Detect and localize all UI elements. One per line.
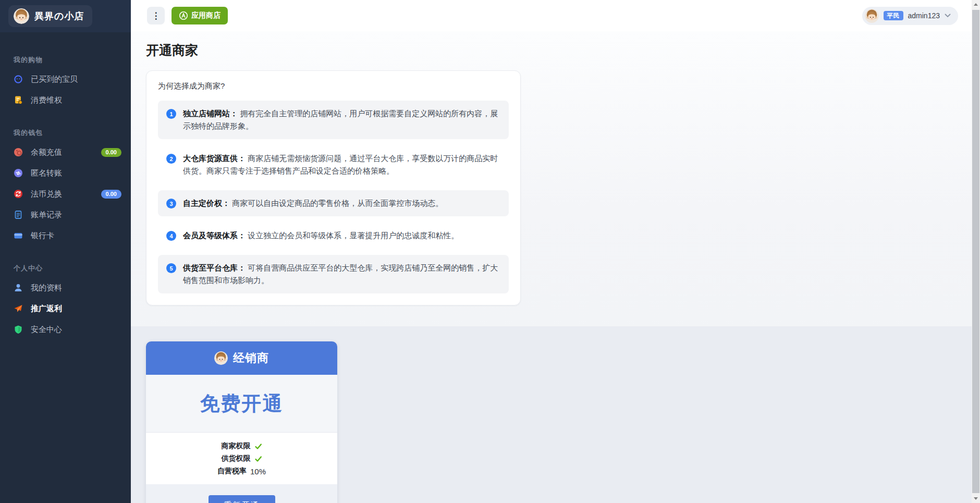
sidebar-item-label: 推广返利 bbox=[31, 304, 62, 314]
dealer-price-text: 免费开通 bbox=[200, 392, 284, 414]
user-menu[interactable]: 平民 admin123 bbox=[862, 7, 959, 25]
number-badge: 1 bbox=[166, 109, 176, 119]
dealer-card-footer: 重新开通 bbox=[146, 484, 337, 503]
feature-self-tax-rate: 自营税率 10% bbox=[217, 467, 266, 476]
sidebar-item-purchased[interactable]: 已买到的宝贝 bbox=[0, 69, 131, 90]
why-item-title: 独立店铺网站： bbox=[183, 109, 238, 118]
rights-protection-icon bbox=[14, 95, 23, 105]
why-item-4: 4 会员及等级体系： 设立独立的会员和等级体系，显著提升用户的忠诚度和粘性。 bbox=[158, 223, 509, 249]
why-item-text: 商家可以自由设定商品的零售价格，从而全面掌控市场动态。 bbox=[232, 199, 443, 207]
why-item-2: 2 大仓库货源直供： 商家店铺无需烦恼货源问题，通过平台大仓库，享受数以万计的商… bbox=[158, 145, 509, 184]
shop-title: 異界の小店 bbox=[34, 10, 84, 22]
recharge-balance-badge: 0.00 bbox=[101, 148, 121, 157]
why-item-3: 3 自主定价权： 商家可以自由设定商品的零售价格，从而全面掌控市场动态。 bbox=[158, 190, 509, 216]
shop-logo-avatar-icon bbox=[14, 8, 29, 24]
paper-plane-icon bbox=[14, 304, 23, 313]
sidebar-item-label: 我的资料 bbox=[31, 283, 62, 293]
main-area: ⋮ 应用商店 平民 admin123 bbox=[131, 0, 972, 503]
sidebar: 異界の小店 我的购物 已买到的宝贝 消费维权 我的钱包 bbox=[0, 0, 131, 503]
sidebar-item-label: 匿名转账 bbox=[31, 168, 62, 178]
why-item-title: 供货至平台仓库： bbox=[183, 263, 246, 272]
why-item-1: 1 独立店铺网站： 拥有完全自主管理的店铺网站，用户可根据需要自定义网站的所有内… bbox=[158, 101, 509, 139]
feature-supply-permission: 供货权限 bbox=[222, 454, 262, 463]
exchange-icon bbox=[14, 189, 23, 199]
scrollbar-up-arrow[interactable] bbox=[972, 0, 980, 9]
chevron-down-icon bbox=[945, 14, 951, 18]
user-avatar bbox=[865, 9, 879, 23]
sidebar-item-label: 法币兑换 bbox=[31, 189, 62, 199]
dealer-plan-card: 经销商 免费开通 商家权限 供货权限 bbox=[146, 341, 337, 503]
bill-icon bbox=[14, 210, 23, 219]
dealer-title: 经销商 bbox=[233, 350, 269, 366]
nav-section-wallet: 我的钱包 bbox=[0, 128, 131, 142]
sidebar-item-security-center[interactable]: 安全中心 bbox=[0, 319, 131, 340]
why-item-title: 大仓库货源直供： bbox=[183, 154, 246, 163]
why-item-text: 设立独立的会员和等级体系，显著提升用户的忠诚度和粘性。 bbox=[248, 231, 459, 240]
sidebar-item-consumer-rights[interactable]: 消费维权 bbox=[0, 90, 131, 111]
check-icon bbox=[254, 455, 262, 463]
sidebar-item-label: 余额充值 bbox=[31, 148, 62, 157]
feature-label: 供货权限 bbox=[222, 454, 251, 463]
sidebar-item-recharge[interactable]: 余额充值 0.00 bbox=[0, 142, 131, 163]
fiat-balance-badge: 0.00 bbox=[101, 190, 121, 199]
profile-icon bbox=[14, 283, 23, 292]
feature-label: 商家权限 bbox=[222, 441, 251, 451]
number-badge: 4 bbox=[166, 231, 176, 241]
feature-value: 10% bbox=[250, 467, 266, 476]
nav-section-shopping: 我的购物 bbox=[0, 55, 131, 69]
why-item-title: 自主定价权： bbox=[183, 199, 230, 207]
page-title: 开通商家 bbox=[146, 42, 972, 59]
appstore-icon bbox=[179, 11, 188, 20]
check-icon bbox=[254, 443, 262, 450]
dealer-price-area: 免费开通 bbox=[146, 375, 337, 432]
sidebar-item-my-profile[interactable]: 我的资料 bbox=[0, 277, 131, 298]
transfer-icon bbox=[14, 168, 23, 178]
sidebar-item-label: 消费维权 bbox=[31, 95, 62, 105]
why-merchant-card: 为何选择成为商家? 1 独立店铺网站： 拥有完全自主管理的店铺网站，用户可根据需… bbox=[146, 70, 521, 305]
number-badge: 3 bbox=[166, 199, 176, 208]
content: 开通商家 为何选择成为商家? 1 独立店铺网站： 拥有完全自主管理的店铺网站，用… bbox=[131, 31, 972, 503]
why-question: 为何选择成为商家? bbox=[158, 81, 509, 91]
dealer-features: 商家权限 供货权限 自营税率 bbox=[146, 432, 337, 484]
shield-icon bbox=[14, 325, 23, 334]
sidebar-item-label: 安全中心 bbox=[31, 325, 62, 335]
appstore-button-label: 应用商店 bbox=[191, 11, 220, 20]
topbar: ⋮ 应用商店 平民 admin123 bbox=[131, 0, 972, 31]
scrollbar-down-arrow[interactable] bbox=[972, 494, 980, 503]
number-badge: 5 bbox=[166, 263, 176, 273]
shop-logo[interactable]: 異界の小店 bbox=[8, 5, 92, 27]
vertical-scrollbar[interactable] bbox=[972, 0, 980, 503]
sidebar-item-label: 已买到的宝贝 bbox=[31, 75, 78, 84]
scrollbar-thumb[interactable] bbox=[972, 10, 979, 493]
nav-section-personal: 个人中心 bbox=[0, 264, 131, 277]
treasure-icon bbox=[14, 75, 23, 84]
number-badge: 2 bbox=[166, 154, 176, 164]
sidebar-item-bank-card[interactable]: 银行卡 bbox=[0, 225, 131, 246]
bank-card-icon bbox=[14, 231, 23, 240]
dealer-avatar-icon bbox=[214, 351, 228, 365]
user-role-badge: 平民 bbox=[884, 11, 903, 20]
sidebar-item-label: 账单记录 bbox=[31, 210, 62, 220]
recharge-coin-icon bbox=[14, 148, 23, 157]
dealer-card-header: 经销商 bbox=[146, 341, 337, 375]
why-item-title: 会员及等级体系： bbox=[183, 231, 246, 240]
menu-dots-button[interactable]: ⋮ bbox=[147, 7, 165, 24]
sidebar-item-fiat-exchange[interactable]: 法币兑换 0.00 bbox=[0, 183, 131, 204]
why-item-5: 5 供货至平台仓库： 可将自营商品供应至平台的大型仓库，实现跨店铺乃至全网的销售… bbox=[158, 255, 509, 293]
app-window: 異界の小店 我的购物 已买到的宝贝 消费维权 我的钱包 bbox=[0, 0, 980, 503]
sidebar-header: 異界の小店 bbox=[0, 0, 131, 32]
sidebar-item-promotion-rebate[interactable]: 推广返利 bbox=[0, 298, 131, 319]
feature-label: 自营税率 bbox=[217, 467, 247, 476]
sidebar-item-anonymous-transfer[interactable]: 匿名转账 bbox=[0, 163, 131, 183]
sidebar-nav: 我的购物 已买到的宝贝 消费维权 我的钱包 余额充值 0. bbox=[0, 32, 131, 340]
feature-merchant-permission: 商家权限 bbox=[222, 441, 262, 451]
reopen-button[interactable]: 重新开通 bbox=[209, 495, 275, 503]
appstore-button[interactable]: 应用商店 bbox=[172, 7, 228, 24]
dealer-section: 经销商 免费开通 商家权限 供货权限 bbox=[131, 326, 972, 503]
username: admin123 bbox=[908, 11, 940, 20]
sidebar-item-bill-records[interactable]: 账单记录 bbox=[0, 204, 131, 225]
sidebar-item-label: 银行卡 bbox=[31, 231, 54, 241]
merchant-section: 开通商家 为何选择成为商家? 1 独立店铺网站： 拥有完全自主管理的店铺网站，用… bbox=[131, 31, 972, 326]
